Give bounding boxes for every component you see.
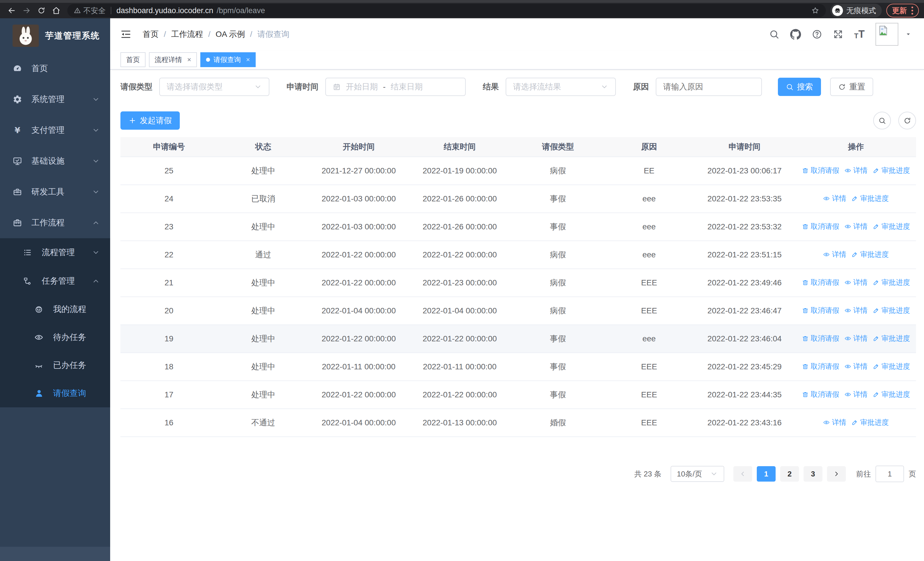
sidebar-item-leave-query[interactable]: 请假查询 (0, 379, 110, 407)
table-row: 16不通过2022-01-04 00:00:002022-01-13 00:00… (120, 409, 916, 437)
action-progress[interactable]: 审批进度 (873, 305, 910, 315)
action-detail[interactable]: 详情 (823, 250, 846, 259)
toggle-search-button[interactable] (873, 112, 891, 129)
sidebar-item-todo-task[interactable]: 待办任务 (0, 323, 110, 351)
refresh-table-button[interactable] (898, 112, 916, 129)
breadcrumb-item[interactable]: OA 示例 (216, 29, 245, 40)
page-size-select[interactable]: 10条/页 (670, 466, 724, 482)
help-icon[interactable] (812, 29, 822, 39)
breadcrumb-item[interactable]: 工作流程 (171, 29, 203, 40)
sidebar-item-payment[interactable]: ¥支付管理 (0, 115, 110, 146)
action-detail[interactable]: 详情 (844, 165, 867, 175)
column-header: 开始时间 (309, 137, 409, 157)
action-detail[interactable]: 详情 (823, 194, 846, 203)
leave-type-select[interactable]: 请选择请假类型 (159, 78, 269, 96)
action-progress[interactable]: 审批进度 (851, 418, 889, 427)
tab-leave-query[interactable]: 请假查询× (200, 52, 256, 67)
action-progress[interactable]: 审批进度 (873, 362, 910, 371)
sidebar-item-done-task[interactable]: 已办任务 (0, 351, 110, 379)
sidebar-item-devtools[interactable]: 研发工具 (0, 176, 110, 208)
browser-menu-icon[interactable] (912, 7, 913, 15)
cell-id: 17 (120, 381, 218, 409)
view-icon (823, 419, 830, 426)
table-row: 17处理中2022-01-22 00:00:002022-01-22 00:00… (120, 381, 916, 409)
tab-process-detail[interactable]: 流程详情× (149, 52, 197, 67)
sidebar: 芋道管理系统 首页系统管理¥支付管理基础设施研发工具工作流程流程管理任务管理我的… (0, 18, 110, 561)
fullscreen-icon[interactable] (833, 29, 843, 39)
goto-page-input[interactable] (876, 466, 904, 482)
action-label: 取消请假 (811, 305, 839, 315)
address-bar[interactable]: 不安全 dashboard.yudao.iocoder.cn /bpm/oa/l… (68, 4, 826, 17)
sidebar-item-process-mgmt[interactable]: 流程管理 (0, 238, 110, 267)
search-icon[interactable] (769, 29, 779, 39)
action-progress[interactable]: 审批进度 (873, 334, 910, 343)
prev-page-button[interactable] (734, 466, 752, 481)
chevron-down-icon (254, 83, 262, 91)
action-cancel[interactable]: 取消请假 (802, 390, 839, 399)
tab-home[interactable]: 首页 (120, 52, 146, 67)
result-select[interactable]: 请选择流结果 (506, 78, 616, 96)
create-leave-button[interactable]: 发起请假 (120, 111, 180, 130)
action-detail[interactable]: 详情 (823, 418, 846, 427)
action-detail[interactable]: 详情 (844, 305, 867, 315)
bookmark-star-icon[interactable] (811, 6, 819, 15)
sidebar-item-home[interactable]: 首页 (0, 53, 110, 84)
browser-update-button[interactable]: 更新 (886, 4, 919, 17)
delete-icon (802, 279, 809, 286)
action-cancel[interactable]: 取消请假 (802, 278, 839, 287)
page-button-3[interactable]: 3 (804, 466, 822, 481)
sidebar-item-system[interactable]: 系统管理 (0, 84, 110, 115)
cell-applied: 2022-01-23 00:06:17 (693, 157, 796, 185)
github-icon[interactable] (790, 29, 801, 40)
sidebar-item-my-process[interactable]: 我的流程 (0, 295, 110, 323)
sidebar-item-task-mgmt[interactable]: 任务管理 (0, 267, 110, 295)
cell-status: 处理中 (218, 353, 309, 381)
font-size-icon[interactable]: TT (854, 29, 865, 39)
app-logo[interactable]: 芋道管理系统 (0, 18, 110, 53)
action-detail[interactable]: 详情 (844, 334, 867, 343)
action-detail[interactable]: 详情 (844, 222, 867, 231)
close-icon[interactable]: × (246, 56, 250, 64)
reason-input[interactable] (656, 78, 762, 96)
page-button-2[interactable]: 2 (780, 466, 799, 481)
avatar-caret-icon[interactable] (905, 31, 912, 38)
reset-button[interactable]: 重置 (830, 78, 873, 96)
search-button[interactable]: 搜索 (778, 78, 821, 96)
url-path: /bpm/oa/leave (217, 6, 265, 15)
action-detail[interactable]: 详情 (844, 390, 867, 399)
action-progress[interactable]: 审批进度 (873, 390, 910, 399)
action-progress[interactable]: 审批进度 (873, 222, 910, 231)
action-cancel[interactable]: 取消请假 (802, 305, 839, 315)
action-detail[interactable]: 详情 (844, 362, 867, 371)
delete-icon (802, 167, 809, 174)
page-button-1[interactable]: 1 (757, 466, 776, 481)
sidebar-item-workflow[interactable]: 工作流程 (0, 208, 110, 238)
action-label: 详情 (853, 222, 867, 231)
forward-icon[interactable] (20, 4, 33, 17)
reload-icon[interactable] (35, 4, 48, 17)
action-progress[interactable]: 审批进度 (873, 278, 910, 287)
action-cancel[interactable]: 取消请假 (802, 165, 839, 175)
breadcrumb-item[interactable]: 首页 (142, 29, 159, 40)
sidebar-item-label: 请假查询 (53, 388, 86, 399)
action-detail[interactable]: 详情 (844, 278, 867, 287)
action-cancel[interactable]: 取消请假 (802, 222, 839, 231)
sidebar-item-infra[interactable]: 基础设施 (0, 146, 110, 176)
action-progress[interactable]: 审批进度 (851, 194, 889, 203)
action-progress[interactable]: 审批进度 (873, 165, 910, 175)
sidebar-collapse-icon[interactable] (120, 29, 131, 40)
home-icon[interactable] (50, 4, 63, 17)
cell-start: 2022-01-22 00:00:00 (309, 381, 409, 409)
cell-reason: eee (605, 213, 693, 241)
action-label: 详情 (832, 418, 846, 427)
cell-end: 2022-01-19 00:00:00 (408, 157, 511, 185)
action-progress[interactable]: 审批进度 (851, 250, 889, 259)
avatar[interactable] (876, 23, 898, 46)
app-title: 芋道管理系统 (45, 30, 100, 42)
action-cancel[interactable]: 取消请假 (802, 334, 839, 343)
back-icon[interactable] (5, 4, 18, 17)
next-page-button[interactable] (827, 466, 846, 481)
close-icon[interactable]: × (187, 56, 191, 64)
apply-time-range-picker[interactable]: 开始日期 - 结束日期 (325, 78, 466, 96)
action-cancel[interactable]: 取消请假 (802, 362, 839, 371)
